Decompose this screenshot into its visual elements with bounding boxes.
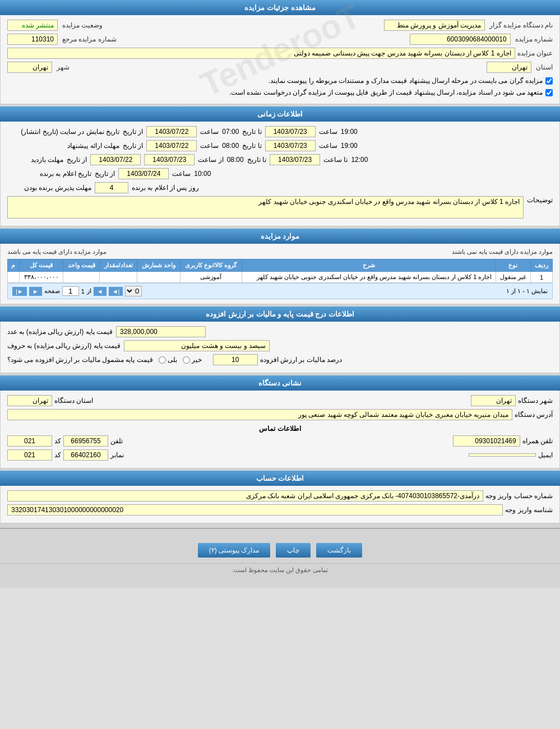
footer-note: تمامی حقوق این سایت محفوظ است. xyxy=(0,563,560,577)
time-label2-sa2: ساعت xyxy=(200,142,219,150)
vat-question: قیمت پایه مشمول مالیات بر ارزش افزوده می… xyxy=(7,356,153,364)
account-number-label: شماره حساب واریز وجه xyxy=(485,492,553,500)
nav-prev[interactable]: ► xyxy=(29,287,42,296)
time-label4-az: از تاریخ xyxy=(95,170,115,178)
time-row-1-from-date: 1403/07/22 xyxy=(146,126,197,137)
vat-percent-label: درصد مالیات بر ارزش افزوده xyxy=(260,356,342,364)
status-label: وضعیت مزایده xyxy=(62,21,103,29)
checkbox-2-label: متعهد می شود در اسناد مزایده، ارسال پیشن… xyxy=(229,89,543,96)
time-row-4-from-date: 1403/07/24 xyxy=(118,168,169,179)
divider xyxy=(0,528,560,529)
cell-qty xyxy=(100,272,137,283)
title-value: اجاره 1 کلاس از دبستان بسرانه شهید مدرس … xyxy=(7,48,515,59)
print-button[interactable]: چاپ xyxy=(276,543,311,558)
description-label: توضیحات xyxy=(527,196,553,204)
cell-type: غیر منقول xyxy=(496,272,531,283)
nav-next[interactable]: ◄ xyxy=(94,287,107,296)
col-qty: تعداد/مقدار xyxy=(100,259,137,272)
col-category: گروه کالا/نوع کاربری xyxy=(180,259,242,272)
col-check: م xyxy=(8,259,20,272)
nav-first[interactable]: ►| xyxy=(12,287,27,296)
vat-yes-radio[interactable] xyxy=(159,356,166,364)
time-info-header: اطلاعات زمانی xyxy=(0,106,560,122)
fax-code-label: کد xyxy=(54,451,61,459)
checkbox-row-1: مزایده گران می بایست در مرحله ارسال پیشن… xyxy=(7,76,553,86)
device-address-value: میدان منیریه خیابان معبری خیابان شهید مع… xyxy=(7,409,512,420)
time-label-az: از تاریخ xyxy=(123,128,143,136)
table-row: 1 غیر منقول اجاره 1 کلاس از دبستان بسران… xyxy=(8,272,553,283)
city-value: تهران xyxy=(7,62,52,73)
items-note-left: موارد مزایده دارای قیمت پایه می باشند xyxy=(7,248,107,256)
city-label: شهر xyxy=(57,63,70,71)
time-row-3-from-date: 1403/07/22 xyxy=(90,154,141,165)
checkbox-1-label: مزایده گران می بایست در مرحله ارسال پیشن… xyxy=(269,77,543,85)
time-row-2-label: مهلت ارائه پیشنهاد xyxy=(7,142,119,150)
auction-number-label: شماره مزایده xyxy=(515,35,553,43)
base-price-value: 328,000,000 xyxy=(116,326,206,337)
cell-unit xyxy=(137,272,180,283)
time-row-1-label: تاریخ نمایش در سایت (تاریخ انتشار) xyxy=(7,128,119,136)
cell-total: ۳۳۸،۰۰۰،۰۰۰ xyxy=(19,272,63,283)
time-label3-tasa: تا ساعت xyxy=(323,156,348,164)
phone-code-label: کد xyxy=(54,437,61,445)
of-label: از xyxy=(87,287,91,295)
vat-no-label: خیر xyxy=(192,356,202,364)
checkbox-1[interactable] xyxy=(545,77,553,85)
time-label-ta: تا تاریخ xyxy=(242,128,261,136)
vat-yes-label: بلی xyxy=(168,356,177,364)
phone-value: 66956755 xyxy=(63,435,108,447)
status-value: منتشر شده xyxy=(7,20,58,31)
base-price-text-value: سیصد و بیست و هشت میلیون xyxy=(124,340,270,351)
mobile-value: 09301021469 xyxy=(453,435,520,447)
col-type: نوع xyxy=(496,259,531,272)
col-row: ردیف xyxy=(531,259,553,272)
device-info-header: نشانی دستگاه xyxy=(0,375,560,391)
device-address-label: آدرس دستگاه xyxy=(515,411,553,419)
checkbox-row-2: متعهد می شود در اسناد مزایده، ارسال پیشن… xyxy=(7,87,553,97)
nav-last[interactable]: |◄ xyxy=(109,287,123,296)
mobile-label: تلفن همراه xyxy=(522,437,553,445)
time-row-3-to-date: 1403/07/23 xyxy=(144,154,195,165)
account-number-value: درآمدی-4074030103865572- بانک مرکزی جمهو… xyxy=(7,490,483,502)
email-label: ایمیل xyxy=(538,451,553,459)
description-value: اجاره 1 کلاس از دبستان بسرانه شهید مدرس … xyxy=(7,196,524,219)
time-row-4-from-time: 10:00 xyxy=(194,170,211,178)
ref-number-value: 110310 xyxy=(7,34,58,45)
device-city-label: شهر دستگاه xyxy=(518,397,553,405)
cell-category: آموزشی xyxy=(180,272,242,283)
table-pagination: نمایش ۱ - ۱ از ۱ 20 50 100 |◄ ◄ از 1 صفح… xyxy=(7,283,553,299)
time-row-1-to-date: 1403/07/23 xyxy=(265,126,316,137)
time-row-3-to-time: 12:00 xyxy=(351,156,368,164)
base-price-header: اطلاعات درج قیمت پایه و مالیات بر ارزش ا… xyxy=(0,307,560,322)
time-label3-azsa: از ساعت xyxy=(198,156,223,164)
province-label: استان xyxy=(536,63,553,71)
ref-number-label: شماره مزایده مرجع xyxy=(62,35,117,43)
page-input[interactable] xyxy=(62,286,79,296)
total-pages: 1 xyxy=(81,288,85,295)
email-value xyxy=(469,453,536,457)
auction-items-table: ردیف نوع شرح گروه کالا/نوع کاربری واحد ش… xyxy=(7,259,553,283)
details-header: مشاهده جزئیات مزایده xyxy=(0,0,560,15)
time-row-2-from-time: 08:00 xyxy=(222,142,239,150)
base-price-text-label: قیمت پایه (ارزش ریالی مزایده) به حروف xyxy=(7,342,121,350)
attachments-button[interactable]: مدارک پیوستی (۲) xyxy=(198,543,271,558)
time-label2-az: از تاریخ xyxy=(123,142,143,150)
winner-value: 4 xyxy=(95,182,128,193)
vat-no-radio[interactable] xyxy=(183,356,190,364)
vat-percent-value: 10 xyxy=(213,354,258,365)
back-button[interactable]: بازگشت xyxy=(316,543,362,558)
cell-desc: اجاره 1 کلاس از دبستان بسرانه شهید مدرس … xyxy=(242,272,496,283)
province-value: تهران xyxy=(487,62,531,73)
checkbox-2[interactable] xyxy=(545,89,553,96)
time-label3-ta: تا تاریخ xyxy=(247,156,266,164)
per-page-select[interactable]: 20 50 100 xyxy=(125,286,142,296)
time-label2-sa: ساعت xyxy=(319,142,337,150)
device-province-value: تهران xyxy=(7,395,52,406)
time-row-2-to-time: 19:00 xyxy=(341,142,358,150)
org-value: مدیریت آموزش و پرورش منط xyxy=(384,20,485,31)
time-row-1-from-time: 07:00 xyxy=(222,128,239,136)
fax-code: 021 xyxy=(7,449,52,461)
col-unit-price: قیمت واحد xyxy=(63,259,100,272)
cell-check xyxy=(8,272,20,283)
contact-header: اطلاعات تماس xyxy=(7,425,553,433)
